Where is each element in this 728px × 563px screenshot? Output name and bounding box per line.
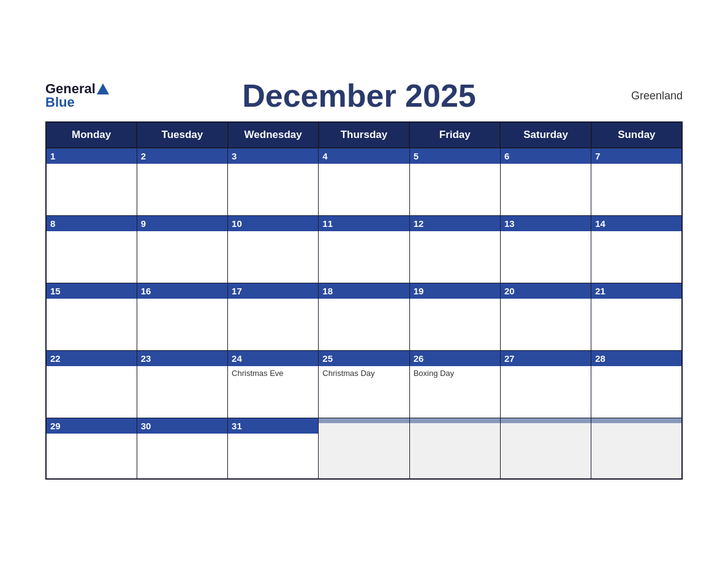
day-events: Boxing Day [410,366,500,380]
day-number: 18 [319,283,409,299]
day-number: 17 [228,283,318,299]
table-row [500,418,591,479]
day-number: 12 [410,216,500,231]
table-row: 29 [46,418,137,479]
day-number: 15 [47,283,137,299]
logo-blue-text: Blue [45,96,75,109]
day-number: 7 [591,148,681,164]
week-row-4: 222324Christmas Eve25Christmas Day26Boxi… [46,350,682,418]
day-number: 2 [137,148,227,164]
day-number: 8 [47,216,137,231]
table-row: 24Christmas Eve [228,350,319,418]
table-row: 12 [409,215,500,283]
day-number: 28 [591,351,681,366]
day-number: 3 [228,148,318,164]
week-row-3: 15161718192021 [46,283,682,350]
day-number [501,418,591,423]
day-number: 25 [319,351,409,366]
day-number: 16 [137,283,227,299]
table-row: 15 [46,283,137,350]
day-number: 10 [228,216,318,231]
table-row: 20 [500,283,591,350]
table-row: 19 [409,283,500,350]
day-number: 23 [137,351,227,366]
day-number: 22 [47,351,137,366]
col-thursday: Thursday [319,122,409,148]
day-number [591,418,681,423]
event-label: Christmas Eve [232,369,314,378]
day-number: 24 [228,351,318,366]
table-row [319,418,409,479]
col-wednesday: Wednesday [228,122,319,148]
day-number: 13 [501,216,591,231]
day-number: 21 [591,283,681,299]
day-number: 27 [501,351,591,366]
col-friday: Friday [409,122,500,148]
table-row: 2 [137,148,227,215]
day-events: Christmas Day [319,366,409,380]
col-saturday: Saturday [500,122,591,148]
day-number: 14 [591,216,681,231]
logo-general-text: General [45,82,96,96]
day-number: 11 [319,216,409,231]
table-row: 7 [591,148,682,215]
header: General Blue December 2025 Greenland [45,77,683,114]
col-tuesday: Tuesday [137,122,227,148]
region-label: Greenland [609,90,683,102]
table-row: 21 [591,283,682,350]
week-row-5: 293031 [46,418,682,479]
day-number: 29 [47,418,137,434]
event-label: Christmas Day [322,369,405,378]
day-number: 1 [47,148,137,164]
days-header-row: Monday Tuesday Wednesday Thursday Friday… [46,122,682,148]
table-row: 28 [591,350,682,418]
event-label: Boxing Day [414,369,496,378]
table-row: 11 [319,215,409,283]
day-events: Christmas Eve [228,366,318,380]
day-number: 30 [137,418,227,434]
table-row: 16 [137,283,227,350]
table-row [591,418,682,479]
col-sunday: Sunday [591,122,682,148]
table-row: 5 [409,148,500,215]
table-row: 3 [228,148,319,215]
table-row: 1 [46,148,137,215]
week-row-1: 1234567 [46,148,682,215]
table-row: 4 [319,148,409,215]
table-row: 13 [500,215,591,283]
day-number: 6 [501,148,591,164]
table-row: 14 [591,215,682,283]
day-number: 20 [501,283,591,299]
table-row: 23 [137,350,227,418]
logo: General Blue [45,82,109,109]
day-number: 19 [410,283,500,299]
logo-triangle-icon [97,83,109,94]
table-row: 17 [228,283,319,350]
table-row: 22 [46,350,137,418]
table-row [409,418,500,479]
calendar-page: General Blue December 2025 Greenland Mon… [27,65,701,498]
day-number: 31 [228,418,318,434]
table-row: 18 [319,283,409,350]
day-number: 26 [410,351,500,366]
table-row: 27 [500,350,591,418]
table-row: 10 [228,215,319,283]
table-row: 31 [228,418,319,479]
day-number: 4 [319,148,409,164]
table-row: 6 [500,148,591,215]
calendar-table: Monday Tuesday Wednesday Thursday Friday… [45,121,683,480]
day-number: 5 [410,148,500,164]
calendar-title: December 2025 [242,77,476,114]
table-row: 8 [46,215,137,283]
week-row-2: 891011121314 [46,215,682,283]
day-number: 9 [137,216,227,231]
table-row: 26Boxing Day [409,350,500,418]
day-number [319,418,409,423]
table-row: 25Christmas Day [319,350,409,418]
table-row: 30 [137,418,227,479]
table-row: 9 [137,215,227,283]
col-monday: Monday [46,122,137,148]
day-number [410,418,500,423]
